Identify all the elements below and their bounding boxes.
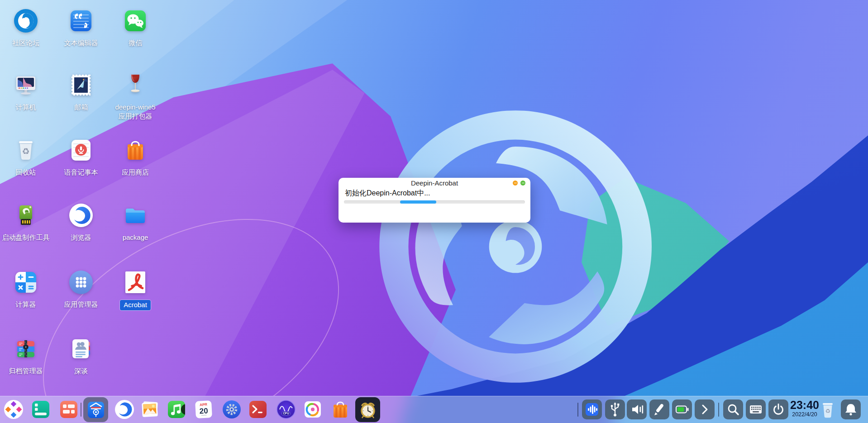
desktop-icon-label: deepin-wine5 应用打包器 [111,103,160,121]
dock-window-apps[interactable] [58,399,79,420]
minimize-button[interactable] [513,181,518,185]
desktop-icon-label-selected: Acrobat [120,300,151,310]
desktop-icon-label: package [123,233,148,242]
dock-launcher[interactable] [3,399,24,420]
desktop-icon-label: 浏览器 [71,233,91,242]
dock-wine-alarm-app-active[interactable] [355,397,380,422]
desktop-icon-archive-manager[interactable]: 归档管理器 [1,336,51,375]
tray-volume[interactable] [627,399,647,419]
deepin-desktop: 社区论坛 文本编辑器 [0,0,868,423]
desktop-icon-wechat[interactable]: 微信 [110,8,160,48]
dock-app-store[interactable] [330,399,351,420]
desktop-icon-label: 计算机 [16,103,36,112]
tray-separator [577,403,578,417]
dock-terminal[interactable] [248,399,268,420]
desktop-icon-label: 启动盘制作工具 [2,233,50,242]
tray-battery[interactable] [672,399,692,419]
mail-icon [68,72,94,98]
desktop-icon-label: 计算器 [16,300,36,309]
svg-text:♻: ♻ [825,408,830,414]
svg-text:♻: ♻ [22,147,29,156]
browser-icon [68,203,94,228]
wine-glass-icon [123,72,148,98]
dock-photos[interactable] [139,399,160,420]
dock-multitask-view[interactable] [30,399,51,420]
desktop-icon-recycle-bin[interactable]: ♻ 回收站 [1,138,51,177]
recycle-bin-icon: ♻ [13,138,38,163]
dock-calendar[interactable]: APR 20 [193,399,214,420]
community-forum-icon [13,8,38,33]
desktop-icon-boot-disk-maker[interactable]: 启动盘制作工具 [1,203,51,242]
voice-notepad-icon [68,138,94,163]
tray-search[interactable] [723,399,743,419]
acrobat-icon [123,270,148,295]
tray-trash[interactable]: ♻ [819,400,837,419]
calendar-day: 20 [199,407,208,416]
dock-system-monitor[interactable]: CPU [276,399,296,420]
folder-icon [123,203,148,228]
tray-separator [718,403,719,417]
deep-talk-icon [68,336,94,361]
desktop-icon-deepin-wine5-packager[interactable]: deepin-wine5 应用打包器 [110,72,160,121]
window-title: Deepin-Acrobat [339,179,530,187]
maximize-icon [522,183,525,184]
desktop-icon-app-manager[interactable]: 应用管理器 [56,270,106,309]
dock-file-manager-active[interactable] [83,397,108,422]
desktop-icon-label: 微信 [129,38,142,48]
dock: APR 20 [0,396,868,423]
desktop-icon-computer[interactable]: 计算机 [1,72,51,112]
desktop-icon-app-store[interactable]: 应用商店 [110,138,160,177]
dock-separator [81,403,81,417]
desktop-icon-label: 语音记事本 [64,168,98,177]
desktop-icon-label: 社区论坛 [12,38,39,48]
boot-disk-maker-icon [13,203,38,228]
desktop-icon-label: 归档管理器 [9,366,43,375]
desktop-icon-calculator[interactable]: 计算器 [1,270,51,309]
deepin-acrobat-window: Deepin-Acrobat 初始化Deepin-Acrobat中... [339,178,530,223]
wechat-icon [123,8,148,33]
app-manager-icon [68,270,94,295]
dock-music[interactable] [166,399,187,420]
deepin-logo-wallpaper [375,108,656,385]
dock-control-center[interactable] [221,399,242,420]
tray-virtual-keyboard[interactable] [746,399,766,419]
tray-voice-assistant[interactable] [582,399,602,419]
dialog-message: 初始化Deepin-Acrobat中... [345,189,430,198]
desktop-icon-text-editor[interactable]: 文本编辑器 [56,8,106,48]
desktop-icon-deep-talk[interactable]: 深谈 [56,336,106,375]
dock-browser[interactable] [114,399,135,420]
desktop-icon-voice-notepad[interactable]: 语音记事本 [56,138,106,177]
text-editor-icon [68,8,94,33]
desktop-icon-acrobat[interactable]: Acrobat [110,270,160,310]
progress-bar [344,200,525,204]
progress-fill [400,200,436,204]
app-store-icon [123,138,148,163]
cpu-badge: CPU [283,412,289,415]
dock-draw[interactable] [302,399,323,420]
desktop-icon-label: 应用管理器 [64,300,98,309]
desktop-icon-browser[interactable]: 浏览器 [56,203,106,242]
desktop-icon-label: 深谈 [74,366,88,375]
desktop-icon-label: 邮箱 [74,103,88,112]
desktop-icon-label: 应用商店 [122,168,149,177]
tray-notifications[interactable] [841,399,861,419]
archive-manager-icon [13,336,38,361]
tray-usb[interactable] [605,399,625,419]
minimize-icon [514,183,517,184]
desktop-icon-package-folder[interactable]: package [110,203,160,242]
calculator-icon [13,270,38,295]
tray-screenshot-pen[interactable] [649,399,669,419]
desktop-icon-community-forum[interactable]: 社区论坛 [1,8,51,48]
tray-collapse-chevron[interactable] [695,399,715,419]
computer-icon [13,72,38,98]
desktop-icon-label: 回收站 [16,168,36,177]
maximize-button[interactable] [520,181,525,185]
desktop-icon-label: 文本编辑器 [64,38,98,48]
desktop-icon-mail[interactable]: 邮箱 [56,72,106,112]
